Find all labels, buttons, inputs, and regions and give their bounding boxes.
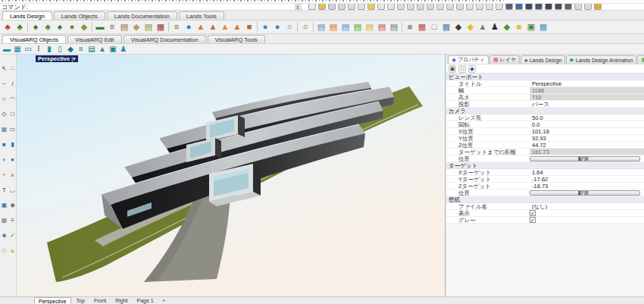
tab-visualarq-edit[interactable]: VisualARQ Edit (67, 35, 122, 43)
tab-visualarq-objects[interactable]: VisualARQ Objects (2, 35, 66, 43)
visualarq-icon-column[interactable]: I (33, 44, 44, 54)
lands-icon-doc-note[interactable]: ▤ (364, 21, 376, 33)
property-value[interactable]: 50.0 (530, 114, 644, 121)
tab-lands-objects[interactable]: Lands Objects (54, 11, 105, 20)
visualarq-icon-railing[interactable]: ≡ (76, 44, 86, 54)
visualarq-icon-curtain-wall[interactable]: ▦ (12, 44, 23, 54)
tab-lands-tools[interactable]: Lands Tools (179, 11, 224, 20)
std-icon-save-file[interactable] (327, 4, 336, 10)
tool-icon-shade[interactable]: ▲ (9, 247, 17, 255)
lands-icon-site-map[interactable]: ▦ (537, 21, 549, 33)
property-value[interactable]: ✓ (530, 217, 536, 223)
std-icon-cut[interactable] (347, 4, 356, 10)
visualarq-icon-window[interactable]: ▯ (55, 44, 65, 54)
lands-icon-path[interactable]: ▤ (142, 21, 155, 33)
tool-icon-circle[interactable]: ○ (1, 96, 8, 103)
lands-icon-flower-plant[interactable]: ♣ (2, 21, 14, 33)
command-history-spinner[interactable] (295, 4, 302, 10)
std-icon-layers[interactable] (574, 4, 583, 10)
lands-icon-photo-frame[interactable]: ▣ (525, 21, 537, 33)
tab-visualarq-documentation[interactable]: VisualARQ Documentation (123, 35, 206, 43)
lands-icon-water-drop[interactable]: ● (259, 21, 271, 33)
lands-icon-irrigation-drops[interactable]: ● (271, 21, 283, 33)
std-icon-print[interactable] (337, 4, 346, 10)
std-icon-named-views[interactable] (455, 4, 464, 10)
std-icon-select-window[interactable] (406, 4, 415, 10)
visualarq-icon-figure[interactable]: ♟ (118, 44, 129, 54)
std-icon-copy-object[interactable] (475, 4, 484, 10)
property-value[interactable]: 配置... (530, 190, 640, 196)
lands-icon-shrub[interactable]: ● (66, 21, 78, 33)
lands-icon-notes[interactable]: ◆ (464, 21, 477, 33)
properties-mode-icon-display-mode[interactable]: □ (458, 65, 466, 73)
viewport-tab-top[interactable]: Top (73, 297, 89, 304)
std-icon-zoom-extents[interactable] (416, 4, 425, 10)
property-value[interactable]: 1.64 (530, 169, 644, 175)
tool-icon-line[interactable]: / (9, 80, 17, 88)
tool-icon-blend[interactable]: ◡ (9, 186, 17, 194)
property-value[interactable]: ✓ (530, 210, 536, 216)
lands-icon-frame[interactable]: □ (428, 21, 440, 33)
properties-mode-icon-match-properties[interactable]: ◆ (468, 65, 476, 73)
visualarq-icon-roof[interactable]: ▲ (97, 44, 108, 54)
tool-icon-surface[interactable]: ▦ (1, 126, 8, 133)
viewport-tab-page-1[interactable]: Page 1 (133, 297, 158, 304)
tool-icon-fillet-edge[interactable]: ◆ (9, 202, 17, 209)
tool-icon-section[interactable]: ≡ (9, 217, 17, 224)
lands-icon-peak[interactable]: ▲ (231, 21, 243, 33)
lands-icon-doc-zone[interactable]: ▤ (376, 21, 388, 33)
std-icon-move[interactable] (465, 4, 474, 10)
visualarq-icon-stair[interactable]: ▤ (86, 44, 97, 54)
std-icon-undo[interactable] (377, 4, 386, 10)
command-input[interactable] (28, 4, 295, 11)
lands-icon-planter[interactable]: ▤ (118, 21, 130, 33)
lands-icon-hill[interactable]: ▲ (195, 21, 207, 33)
lands-icon-layer-flag[interactable]: ■ (513, 21, 525, 33)
panel-tab-lands-design[interactable]: ♣ Lands Design (521, 55, 565, 64)
lands-icon-plant-photo-doc[interactable]: ▤ (327, 21, 339, 33)
visualarq-icon-beam[interactable]: ▭ (23, 44, 33, 54)
tool-icon-solid-edit[interactable]: ◈ (1, 232, 8, 240)
tool-icon-block[interactable]: ▣ (1, 202, 8, 209)
tool-icon-select[interactable]: ↖ (1, 65, 8, 73)
lands-icon-shadow-study[interactable]: ◆ (452, 21, 464, 33)
property-value[interactable]: Perspective (530, 80, 644, 86)
lands-icon-conifer[interactable]: ♠ (30, 21, 42, 33)
property-value[interactable]: (なし) (530, 203, 644, 209)
lands-icon-doc-edit[interactable]: ▤ (352, 21, 364, 33)
lands-icon-total-station[interactable]: ▲ (477, 21, 489, 33)
std-icon-pan-view[interactable] (436, 4, 445, 10)
std-icon-paste[interactable] (367, 4, 376, 10)
panel-tab-lands-design-animation[interactable]: ▶ Lands Design Animation (566, 55, 636, 64)
std-icon-redo[interactable] (386, 4, 395, 10)
tool-icon-polygon[interactable]: ◇ (1, 111, 8, 118)
lands-icon-mound[interactable]: ▲ (207, 21, 219, 33)
lands-icon-tree[interactable]: ♣ (14, 21, 26, 33)
std-icon-display-rendered[interactable] (524, 4, 533, 10)
tool-icon-check[interactable]: ✓ (9, 232, 17, 240)
viewport-canvas[interactable]: Perspective|▾ (17, 55, 445, 296)
property-value[interactable]: 0.0 (530, 121, 644, 127)
std-icon-display-shaded[interactable] (514, 4, 524, 10)
property-value[interactable]: パース (530, 101, 644, 107)
lands-icon-sprinkler[interactable]: ○ (283, 21, 295, 33)
property-value[interactable]: -17.62 (530, 176, 644, 182)
tool-icon-rectangle[interactable]: □ (9, 111, 17, 118)
lands-icon-select-region[interactable]: ▦ (440, 21, 452, 33)
lands-icon-edit-pencil[interactable]: ◆ (501, 21, 513, 33)
tool-icon-cylinder[interactable]: ▮ (9, 141, 17, 149)
tool-icon-sphere[interactable]: ● (9, 156, 17, 164)
viewport-tab-front[interactable]: Front (90, 297, 110, 304)
tool-icon-array[interactable]: ▦ (1, 217, 8, 224)
tab-lands-design[interactable]: Lands Design (2, 11, 52, 20)
panel-tab-layers[interactable]: ▤ レイヤ (489, 55, 520, 64)
tool-icon-boolean[interactable]: ◐ (1, 156, 8, 164)
std-icon-new-file[interactable] (308, 4, 317, 10)
lands-icon-plant-database-doc[interactable]: ▤ (339, 21, 352, 33)
viewport-tab-perspective[interactable]: Perspective (34, 297, 71, 304)
visualarq-icon-door[interactable]: ▮ (44, 44, 55, 54)
lands-icon-dump-truck[interactable]: ■ (243, 21, 255, 33)
tool-icon-curve[interactable]: ~ (1, 80, 8, 88)
tab-visualarq-tools[interactable]: VisualARQ Tools (208, 35, 265, 43)
tool-icon-text[interactable]: T (1, 186, 8, 194)
